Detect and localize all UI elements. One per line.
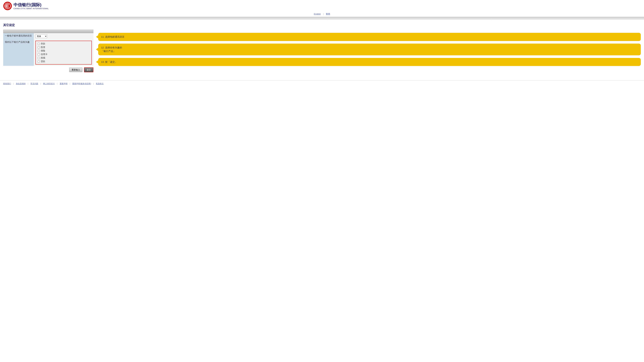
logo-text: 中信银行(国际) CHINA CITIC BANK INTERNATIONAL — [14, 2, 49, 9]
interests-label: 我对以下银行产品有兴趣 — [3, 39, 34, 66]
checkbox-loan: 贷款 — [38, 60, 90, 63]
checkbox-creditcard: 信用卡 — [38, 53, 90, 56]
checkbox-investment-input[interactable] — [38, 46, 40, 48]
submit-button[interactable]: 递交 — [84, 67, 94, 72]
checkbox-insurance: 保险 — [38, 49, 90, 52]
footer-link-disclaimer-vendor[interactable]: 重要声明(服务供应商) — [72, 82, 91, 85]
reset-button[interactable]: 重新输入 — [69, 67, 82, 72]
checkbox-creditcard-input[interactable] — [38, 53, 40, 55]
footer-link-terms[interactable]: 条款及细则 — [16, 82, 26, 85]
tooltips-section: 11. 选择电邮通讯语言 12. 选择你有兴趣的「银行产品」 13. 按「递交」 — [98, 29, 641, 66]
checkbox-insurance-input[interactable] — [38, 50, 40, 52]
footer-link-faq[interactable]: 常见问题 — [30, 82, 38, 85]
email-lang-label: 一般电子邮件通讯用的语言 — [3, 33, 34, 39]
checkbox-mortgage-input[interactable] — [38, 57, 40, 59]
checkbox-loan-label: 贷款 — [41, 60, 45, 63]
english-link[interactable]: English — [314, 13, 321, 15]
checkbox-insurance-label: 保险 — [41, 49, 45, 52]
checkbox-mortgage: 按揭 — [38, 56, 90, 59]
tooltip-1: 11. 选择电邮通讯语言 — [98, 33, 641, 41]
tooltip-2-text: 12. 选择你有兴趣的「银行产品」 — [101, 46, 122, 53]
checkbox-loan-input[interactable] — [38, 60, 40, 63]
email-lang-row: 一般电子邮件通讯用的语言 简体 繁體 English — [3, 33, 94, 39]
tooltip-2: 12. 选择你有兴趣的「银行产品」 — [98, 44, 641, 55]
checkbox-deposit: 存款 — [38, 42, 90, 45]
footer-link-security[interactable]: 网上保安提示 — [43, 82, 55, 85]
checkbox-area: 存款 投资 保险 信用 — [36, 41, 92, 64]
traditional-link[interactable]: 繁體 — [326, 13, 330, 15]
footer: 联络我们 ｜ 条款及细则 ｜ 常见问题 ｜ 网上保安提示 ｜ 重要声明 ｜ 重要… — [0, 80, 644, 87]
lang-separator: ｜ — [322, 13, 324, 15]
footer-link-privacy[interactable]: 私隐条文 — [96, 82, 104, 85]
section-header-bar — [3, 29, 94, 33]
footer-link-contact[interactable]: 联络我们 — [3, 82, 11, 85]
checkbox-creditcard-label: 信用卡 — [41, 53, 48, 56]
main-content: 其它设定 一般电子邮件通讯用的语言 简体 繁體 English — [0, 20, 644, 75]
tooltip-3: 13. 按「递交」 — [98, 58, 641, 66]
checkbox-mortgage-label: 按揭 — [41, 56, 45, 59]
logo-icon — [3, 1, 12, 10]
interests-row: 我对以下银行产品有兴趣 存款 投资 — [3, 39, 94, 66]
checkbox-investment-label: 投资 — [41, 46, 45, 49]
page-title: 其它设定 — [3, 23, 641, 27]
checkbox-deposit-label: 存款 — [41, 42, 45, 45]
form-table: 一般电子邮件通讯用的语言 简体 繁體 English 我对以下银行产品有兴趣 — [3, 33, 94, 66]
email-lang-input-cell: 简体 繁體 English — [34, 33, 94, 39]
logo-area: 中信银行(国际) CHINA CITIC BANK INTERNATIONAL — [3, 1, 49, 10]
language-bar: English ｜ 繁體 — [3, 11, 641, 17]
form-section: 一般电子邮件通讯用的语言 简体 繁體 English 我对以下银行产品有兴趣 — [3, 29, 94, 72]
logo-chinese: 中信银行(国际) — [14, 2, 49, 7]
content-wrapper: 一般电子邮件通讯用的语言 简体 繁體 English 我对以下银行产品有兴趣 — [3, 29, 641, 72]
tooltip-3-text: 13. 按「递交」 — [101, 60, 117, 63]
button-row: 重新输入 递交 — [3, 66, 94, 72]
checkbox-deposit-input[interactable] — [38, 43, 40, 45]
logo-english: CHINA CITIC BANK INTERNATIONAL — [14, 7, 49, 9]
gradient-bar — [0, 17, 644, 20]
interests-input-cell: 存款 投资 保险 信用 — [34, 39, 94, 66]
email-lang-select[interactable]: 简体 繁體 English — [36, 34, 47, 38]
checkbox-investment: 投资 — [38, 46, 90, 49]
header: 中信银行(国际) CHINA CITIC BANK INTERNATIONAL … — [0, 0, 644, 17]
tooltip-1-text: 11. 选择电邮通讯语言 — [101, 35, 124, 38]
footer-link-disclaimer[interactable]: 重要声明 — [60, 82, 68, 85]
